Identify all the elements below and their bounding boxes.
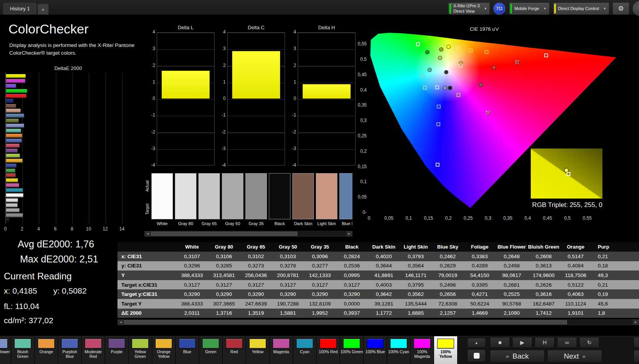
- patch-button-yellow-green[interactable]: Yellow Green: [129, 336, 152, 364]
- table-cell: 0,3106: [208, 254, 240, 259]
- patch-button-100-yellow[interactable]: 100% Yellow: [434, 336, 458, 364]
- swatch-scrollbar[interactable]: ◄ ►: [144, 231, 352, 237]
- workflow-dropdown[interactable]: Direct Display Control ▼: [553, 3, 609, 15]
- patch-swatch: [437, 339, 454, 349]
- collapse-toolbar-button[interactable]: ▲: [467, 338, 486, 348]
- current-reading-label: Current Reading: [4, 271, 72, 282]
- workflow-dropdown-label: Direct Display Control: [558, 6, 599, 11]
- next-button[interactable]: Next »: [547, 350, 602, 362]
- patch-button-purplish-blue[interactable]: Purplish Blue: [58, 336, 82, 364]
- patch-button-purple[interactable]: Purple: [105, 336, 129, 364]
- patch-button-100-green[interactable]: 100% Green: [340, 336, 364, 364]
- meter-mode: Direct View: [453, 8, 480, 14]
- patch-button-green[interactable]: Green: [199, 336, 223, 364]
- patch-button-blue[interactable]: Blue: [176, 336, 199, 364]
- table-row-x-cie31: x: CIE310,31070,31060,31020,31030,30960,…: [117, 252, 639, 261]
- patch-button-yellow[interactable]: Yellow: [246, 336, 270, 364]
- cie-target-point: [485, 50, 488, 54]
- back-button[interactable]: « Back: [490, 350, 545, 362]
- scroll-left-icon[interactable]: ◄: [118, 320, 124, 325]
- continuous-measure-button[interactable]: ∞: [557, 337, 577, 348]
- add-tab-button[interactable]: +: [38, 4, 49, 15]
- table-cell: 0,2629: [432, 263, 464, 269]
- color-swatch: [316, 173, 337, 219]
- patch-button-orange-yellow[interactable]: Orange Yellow: [152, 336, 176, 364]
- table-scrollbar-thumb[interactable]: [124, 320, 567, 324]
- single-measure-button[interactable]: H: [535, 337, 555, 348]
- table-header-row: WhiteGray 80Gray 65Gray 50Gray 35BlackDa…: [117, 242, 639, 252]
- edge-scroll-bottom-button[interactable]: ›: [634, 350, 639, 362]
- play-button[interactable]: ▶: [512, 337, 532, 348]
- table-cell: 0,2525: [496, 291, 528, 297]
- swatch-scrollbar-thumb[interactable]: [151, 232, 297, 236]
- cie-xtick: 0,4: [519, 215, 536, 221]
- scroll-left-icon[interactable]: ◄: [145, 231, 151, 236]
- deltae-axis-tick: 14: [117, 226, 126, 232]
- edge-scroll-top-button[interactable]: ›: [634, 337, 639, 348]
- table-cell: 1,9952: [304, 310, 336, 316]
- page-description: Display analysis is performed with the X…: [9, 42, 135, 57]
- patch-button-cyan[interactable]: Cyan: [293, 336, 317, 364]
- patch-button-bluish-green[interactable]: Bluish Green: [11, 336, 35, 364]
- chevron-down-icon: ▼: [543, 7, 547, 10]
- patch-button-100-cyan[interactable]: 100% Cyan: [387, 336, 411, 364]
- loop-button[interactable]: ↻: [579, 337, 599, 348]
- delta-h-chart-title: Delta H: [298, 25, 356, 30]
- table-row-label: x: CIE31: [117, 254, 176, 259]
- cie-ytick: 0,3: [350, 118, 367, 123]
- table-cell: 0,3290: [240, 291, 272, 297]
- patch-swatch: [202, 339, 219, 349]
- table-cell: 1,3716: [208, 310, 240, 316]
- color-swatch: [198, 173, 220, 219]
- page-title: ColorChecker: [8, 22, 89, 37]
- cie-target-point: [437, 105, 441, 109]
- patch-button-moderate-red[interactable]: Moderate Red: [82, 336, 105, 364]
- scroll-right-icon[interactable]: ►: [346, 231, 352, 236]
- patch-button-orange[interactable]: Orange: [35, 336, 58, 364]
- patch-window-button[interactable]: [467, 349, 486, 362]
- stop-button[interactable]: ■: [490, 337, 510, 348]
- table-cell: 0,3937: [336, 310, 368, 316]
- cdm2-reading: cd/m²: 377,02: [4, 316, 53, 325]
- patch-button-100-magenta[interactable]: 100% Magenta: [411, 336, 434, 364]
- table-header-cell: Light Skin: [400, 244, 432, 250]
- settings-button[interactable]: ⚙: [613, 3, 629, 15]
- patch-button-magenta[interactable]: Magenta: [270, 336, 293, 364]
- table-row-y: Y388,4333313,4581256,0436200,8781142,133…: [117, 270, 639, 280]
- chevron-down-icon: ▼: [484, 7, 487, 10]
- table-cell: 1,1772: [368, 310, 400, 316]
- results-table: WhiteGray 80Gray 65Gray 50Gray 35BlackDa…: [117, 242, 639, 318]
- patch-button-100-blue[interactable]: 100% Blue: [364, 336, 387, 364]
- table-cell: 0,3096: [304, 254, 336, 259]
- color-swatch: [269, 173, 290, 219]
- scroll-right-icon[interactable]: ►: [633, 320, 639, 325]
- source-dropdown[interactable]: Mobile Forge ▼: [509, 3, 549, 15]
- color-swatch: [222, 173, 243, 219]
- patch-label: 100% Yellow: [434, 350, 457, 359]
- table-scrollbar[interactable]: ◄ ►: [117, 319, 639, 325]
- delta-c-chart-title: Delta C: [227, 25, 285, 30]
- table-cell: 388,4333: [176, 301, 208, 307]
- edge-circle-button[interactable]: [633, 1, 639, 16]
- table-cell: 1,7412: [528, 310, 560, 316]
- delta-l-ytick: -1: [147, 112, 155, 118]
- y-reading: y: 0,5082: [53, 286, 86, 295]
- meter-name: X-Rite i1Pro 3: [453, 3, 480, 8]
- cie-xtick: 0,2: [440, 215, 457, 221]
- swatch-label: Black: [269, 221, 290, 226]
- table-cell: 0,3290: [176, 291, 208, 297]
- patch-button-100-red[interactable]: 100% Red: [317, 336, 340, 364]
- table-cell: 0,3127: [208, 282, 240, 288]
- table-row-target-x-cie31: Target x:CIE310,31270,31270,31270,31270,…: [117, 280, 639, 290]
- deltae-bar: [6, 99, 13, 103]
- meter-dropdown[interactable]: X-Rite i1Pro 3 Direct View ▼: [448, 3, 490, 15]
- color-swatch: [175, 173, 196, 219]
- table-cell: 0,4271: [464, 291, 496, 297]
- table-header-cell: Dark Skin: [368, 244, 400, 250]
- patch-swatch: [38, 339, 55, 349]
- patch-button-blue-flower[interactable]: Blue Flower: [0, 336, 11, 364]
- table-cell: 0,3616: [528, 291, 560, 297]
- tab-history-1[interactable]: History 1: [3, 3, 37, 15]
- meter-count-badge[interactable]: 711: [493, 3, 505, 15]
- patch-button-red[interactable]: Red: [223, 336, 246, 364]
